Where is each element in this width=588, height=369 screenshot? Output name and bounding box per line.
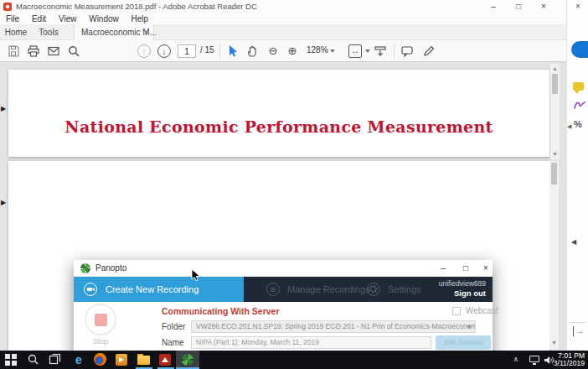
- email-icon[interactable]: [47, 44, 60, 58]
- folder-select[interactable]: VW286.ECO.201.N1.SP19: Spring 2019 ECO.2…: [191, 320, 476, 333]
- mouse-cursor: [191, 268, 201, 285]
- rail-collapse-arrow-icon[interactable]: ◀: [567, 123, 571, 130]
- maximize-button[interactable]: □: [456, 260, 475, 277]
- panopto-taskbar-button[interactable]: [176, 351, 199, 369]
- fill-sign-tool-icon[interactable]: [574, 99, 585, 114]
- next-page-icon[interactable]: ↓: [157, 44, 171, 58]
- panopto-navbar: Create New Recording Manage Recordings S…: [74, 277, 493, 302]
- clock-date: 3/11/2019: [553, 360, 585, 367]
- webcast-checkbox[interactable]: [452, 307, 461, 315]
- expand-pane-icon[interactable]: →: [573, 326, 584, 336]
- username: unifiedview689: [439, 279, 486, 288]
- menu-bar: File Edit View Window Help: [0, 13, 566, 24]
- page-total: / 15: [200, 45, 214, 55]
- list-icon: [266, 283, 280, 296]
- fit-width-icon[interactable]: ↔: [348, 44, 362, 58]
- zoom-caret-icon[interactable]: [330, 49, 335, 53]
- panopto-title-bar[interactable]: Panopto – □ ×: [74, 260, 493, 277]
- tab-settings[interactable]: Settings: [358, 277, 451, 302]
- join-session-button[interactable]: Join Session: [436, 335, 491, 350]
- tab-close-icon[interactable]: ×: [144, 24, 149, 40]
- scrollbar-upper[interactable]: ▴ ▾: [550, 64, 560, 159]
- scroll-down-icon[interactable]: ▾: [549, 339, 559, 347]
- send-signature-tool-icon[interactable]: %: [574, 119, 582, 129]
- firefox-icon[interactable]: [94, 353, 107, 366]
- hand-tool-icon[interactable]: [246, 44, 260, 58]
- scroll-down-icon[interactable]: ▾: [550, 150, 560, 159]
- zoom-out-icon[interactable]: ⊖: [266, 44, 280, 58]
- gear-icon: [367, 283, 380, 296]
- acrobat-title-bar[interactable]: Macroeconomic Measurement 2018.pdf - Ado…: [0, 0, 566, 13]
- desktop: Macroeconomic Measurement 2018.pdf - Ado…: [0, 0, 588, 369]
- pencil-icon[interactable]: [422, 44, 436, 58]
- search-icon[interactable]: [67, 44, 80, 58]
- scrollbar-thumb[interactable]: [551, 163, 557, 184]
- nav-pane-arrow-icon[interactable]: ▶: [1, 106, 6, 112]
- file-explorer-icon[interactable]: [137, 353, 151, 366]
- page-number-input[interactable]: [178, 44, 196, 58]
- comments-tool-icon[interactable]: [573, 82, 584, 91]
- menu-window[interactable]: Window: [89, 13, 119, 24]
- save-icon[interactable]: [7, 44, 20, 58]
- tab-manage-recordings[interactable]: Manage Recordings: [244, 277, 369, 302]
- stop-square-icon: [95, 314, 107, 326]
- camera-icon: [84, 283, 97, 296]
- stop-label: Stop: [85, 337, 116, 346]
- start-button[interactable]: [5, 353, 18, 366]
- panel-arrow-icon[interactable]: ◀: [571, 238, 576, 246]
- minimize-button[interactable]: –: [482, 0, 504, 13]
- status-message: Communicating With Server: [162, 306, 280, 316]
- close-button[interactable]: ×: [477, 260, 495, 277]
- scrollbar-thumb[interactable]: [552, 74, 558, 94]
- tab-create-new-recording[interactable]: Create New Recording: [74, 277, 244, 302]
- fit-width-caret-icon[interactable]: [365, 49, 370, 53]
- previous-page-icon[interactable]: ↑: [137, 44, 151, 58]
- zoom-in-icon[interactable]: ⊕: [286, 44, 299, 58]
- edge-icon[interactable]: e: [72, 353, 85, 366]
- maximize-button[interactable]: □: [508, 0, 529, 13]
- folder-label: Folder: [162, 322, 185, 331]
- tab-document[interactable]: Macroeconomic M... ×: [74, 24, 154, 40]
- folder-value: VW286.ECO.201.N1.SP19: Spring 2019 ECO.2…: [196, 322, 476, 330]
- menu-file[interactable]: File: [6, 13, 19, 24]
- nav-pane-arrow-icon[interactable]: ▶: [1, 200, 6, 206]
- tab-create-label: Create New Recording: [106, 277, 199, 302]
- sign-out-link[interactable]: Sign out: [439, 288, 486, 298]
- reading-mode-icon[interactable]: [374, 44, 387, 58]
- tab-tools[interactable]: Tools: [32, 24, 65, 40]
- tab-bar: Home Tools Macroeconomic M... ×: [0, 24, 566, 40]
- pdf-page-1[interactable]: National Economic Performance Measuremen…: [8, 70, 549, 157]
- menu-edit[interactable]: Edit: [32, 13, 46, 24]
- acrobat-taskbar-icon[interactable]: [159, 353, 173, 366]
- close-icon[interactable]: ×: [575, 2, 580, 11]
- scrollbar-lower[interactable]: ▾: [549, 161, 559, 349]
- session-name-value: NIPA (Part 1): Monday, March 11, 2019: [196, 338, 319, 346]
- tab-home[interactable]: Home: [0, 24, 32, 40]
- network-icon[interactable]: [529, 351, 541, 369]
- menu-view[interactable]: View: [59, 13, 77, 24]
- close-button[interactable]: ×: [533, 0, 554, 13]
- tray-expand-icon[interactable]: ∧: [513, 351, 518, 369]
- webcast-label: Webcast: [466, 306, 498, 315]
- scroll-up-icon[interactable]: ▴: [550, 65, 560, 73]
- menu-help[interactable]: Help: [132, 13, 149, 24]
- task-view-button[interactable]: [49, 353, 62, 366]
- clock[interactable]: 7:01 PM 3/11/2019: [553, 352, 585, 367]
- select-tool-icon[interactable]: [226, 44, 240, 58]
- media-player-icon[interactable]: [116, 353, 129, 366]
- comment-icon[interactable]: [400, 44, 414, 58]
- panopto-taskbar-icon: [182, 354, 193, 366]
- print-icon[interactable]: [27, 44, 40, 58]
- minimize-button[interactable]: –: [434, 260, 452, 277]
- windows-logo-icon: [5, 353, 18, 366]
- zoom-level[interactable]: 128%: [307, 45, 328, 55]
- rail-divider: [570, 322, 585, 323]
- name-label: Name: [162, 338, 184, 347]
- session-name-input[interactable]: NIPA (Part 1): Monday, March 11, 2019: [191, 336, 431, 349]
- share-button-partial[interactable]: [571, 41, 588, 58]
- taskbar-search-button[interactable]: [27, 353, 40, 366]
- taskbar: e ∧ 7:01 PM 3/11/2019: [0, 351, 588, 369]
- stop-button[interactable]: [85, 304, 116, 335]
- right-tool-rail: × % ◀ ◀ →: [566, 0, 588, 351]
- tab-manage-label: Manage Recordings: [287, 277, 369, 302]
